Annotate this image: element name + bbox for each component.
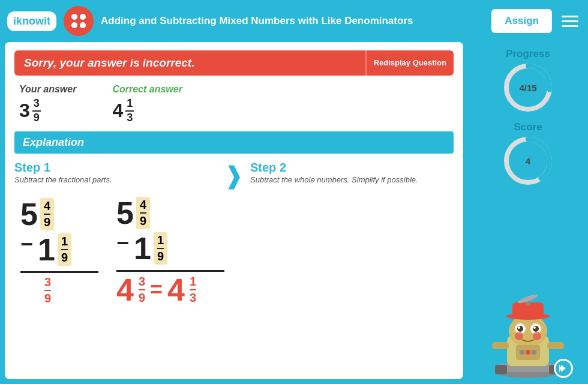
svg-point-16 [517, 326, 523, 332]
step1-block: Step 1 Subtract the fractional parts. [14, 161, 218, 185]
your-denominator: 9 [32, 112, 41, 125]
correct-answer-label: Correct answer [112, 84, 182, 95]
eq2-bot-den: 9 [157, 250, 164, 263]
eq2-top-whole: 5 [116, 197, 134, 229]
your-whole: 3 [19, 100, 30, 122]
eq1-bottom-fraction: 1 9 [58, 233, 71, 266]
steps-row: Step 1 Subtract the fractional parts. ❱ … [14, 161, 454, 187]
score-circle: 4 [504, 137, 552, 185]
app-header: iknowit Adding and Subtracting Mixed Num… [0, 0, 588, 42]
eq2-top-row: 5 4 9 [116, 197, 150, 229]
eq2-result-den: 9 [139, 291, 145, 305]
dot [71, 14, 77, 20]
progress-circle: 4/15 [504, 64, 552, 112]
eq1-top-row: 5 4 9 [20, 198, 54, 230]
correct-answer-block: Correct answer 4 1 3 [112, 84, 182, 124]
menu-button[interactable] [559, 13, 581, 29]
correct-answer-value: 4 1 3 [112, 97, 182, 124]
svg-point-18 [518, 326, 520, 329]
logo-text: iknowit [13, 15, 50, 28]
redisplay-button[interactable]: Redisplay Question [365, 50, 454, 76]
eq2-bottom-fraction: 1 9 [154, 232, 167, 265]
minus-sign2: − [116, 230, 129, 256]
eq2-result-whole: 4 [116, 274, 134, 305]
next-arrow-button[interactable] [554, 359, 573, 378]
correct-numerator: 1 [125, 97, 134, 112]
right-sidebar: Progress 4/15 Score 4 [468, 42, 588, 384]
logo: iknowit [7, 11, 56, 31]
svg-rect-22 [492, 342, 509, 349]
svg-point-17 [533, 326, 539, 332]
eq2-bot-num: 1 [157, 233, 164, 247]
your-answer-block: Your answer 3 3 9 [19, 84, 76, 124]
your-numerator: 3 [32, 97, 41, 112]
eq2-top-fraction: 4 9 [136, 197, 150, 229]
correct-fraction: 1 3 [125, 97, 134, 124]
svg-point-21 [533, 332, 541, 340]
answers-row: Your answer 3 3 9 Correct answer 4 1 3 [14, 84, 454, 124]
svg-point-19 [533, 326, 536, 329]
svg-point-20 [515, 332, 523, 340]
frac-line [157, 248, 164, 249]
score-section: Score 4 [504, 121, 552, 185]
step2-desc: Subtract the whole numbers. Simplify if … [250, 175, 454, 185]
frac-line [61, 249, 68, 250]
minus-sign: − [20, 232, 33, 257]
dice-dots [68, 10, 89, 32]
eq2-final-num: 1 [190, 275, 196, 289]
eq2-bottom-whole: 1 [134, 233, 151, 264]
eq1-bottom-whole: 1 [38, 234, 55, 265]
eq1-bot-num: 1 [61, 235, 68, 248]
eq2-result-num: 3 [139, 275, 145, 289]
score-value: 4 [526, 156, 530, 166]
correct-denominator: 3 [125, 112, 134, 125]
assign-button[interactable]: Assign [491, 9, 552, 33]
svg-point-26 [526, 350, 530, 355]
hamburger-line [562, 20, 578, 22]
content-area: Sorry, your answer is incorrect. Redispl… [5, 42, 463, 379]
dot [71, 22, 77, 28]
result-frac-line [139, 289, 145, 290]
svg-point-27 [532, 350, 536, 355]
progress-section: Progress 4/15 [504, 48, 552, 112]
equations-row: 5 4 9 − 1 1 9 [14, 197, 454, 307]
eq1-result-den: 9 [44, 292, 51, 305]
hamburger-line [562, 25, 578, 27]
eq1-bot-den: 9 [61, 251, 68, 265]
svg-rect-23 [547, 342, 564, 349]
svg-point-25 [520, 350, 524, 355]
eq2-line [116, 270, 224, 272]
result-frac-line [190, 289, 196, 290]
eq1-top-den: 9 [44, 215, 50, 229]
eq2-final-den: 3 [190, 291, 196, 305]
eq1-result-num: 3 [44, 275, 51, 289]
step1-title: Step 1 [14, 161, 218, 175]
svg-marker-28 [561, 365, 566, 372]
result-frac-line [44, 290, 51, 291]
equation2: 5 4 9 − 1 1 9 [116, 197, 224, 307]
score-label: Score [514, 121, 542, 133]
equation1: 5 4 9 − 1 1 9 [20, 198, 98, 307]
frac-line [44, 214, 50, 215]
eq2-bottom-row: − 1 1 9 [116, 230, 167, 266]
eq2-final-fraction: 1 3 [190, 275, 196, 305]
eq2-final-whole: 4 [167, 274, 185, 305]
correct-whole: 4 [112, 100, 123, 122]
explanation-header: Explanation [14, 131, 454, 154]
main-layout: Sorry, your answer is incorrect. Redispl… [0, 42, 588, 384]
your-answer-value: 3 3 9 [19, 97, 76, 124]
step2-title: Step 2 [250, 161, 454, 175]
eq1-result-fraction: 3 9 [44, 275, 51, 305]
your-answer-label: Your answer [19, 84, 76, 95]
lesson-title: Adding and Subtracting Mixed Numbers wit… [101, 14, 484, 28]
eq2-top-den: 9 [140, 214, 146, 228]
your-fraction: 3 9 [32, 97, 41, 124]
step2-block: Step 2 Subtract the whole numbers. Simpl… [250, 161, 454, 185]
eq2-top-num: 4 [140, 198, 146, 212]
incorrect-message: Sorry, your answer is incorrect. [14, 50, 365, 76]
step-arrow-icon: ❱ [224, 163, 244, 187]
arrow-right-icon [559, 364, 568, 373]
eq1-bottom-row: − 1 1 9 [20, 232, 71, 268]
progress-label: Progress [506, 48, 550, 60]
dice-icon [64, 6, 94, 36]
